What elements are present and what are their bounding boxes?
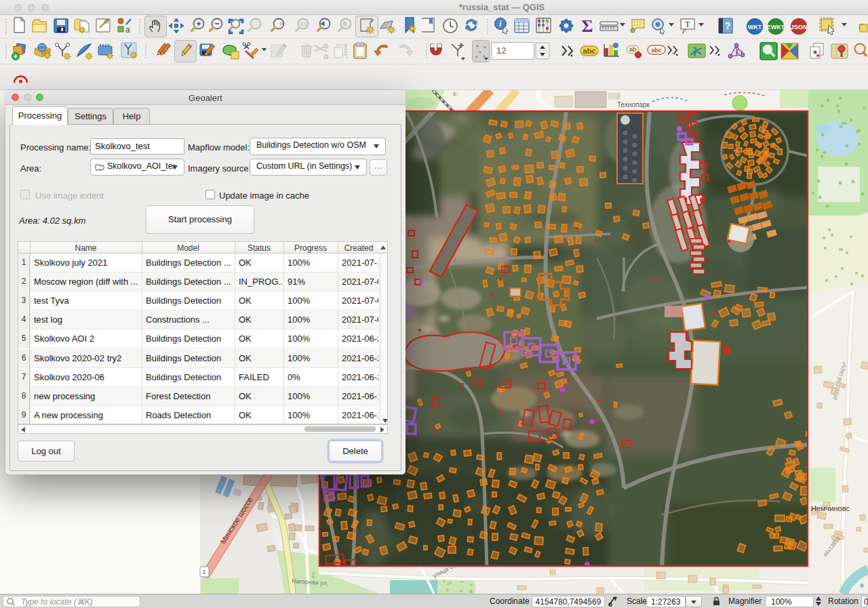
svg-text:Технопарк: Технопарк (617, 101, 650, 108)
svg-text:ab: ab (629, 46, 636, 53)
svg-text:?: ? (725, 20, 731, 31)
svg-text:abc: abc (651, 47, 662, 54)
svg-text:1: 1 (202, 569, 205, 575)
svg-text:EWKT: EWKT (767, 24, 785, 31)
svg-text:Немчиновс: Немчиновс (811, 504, 850, 512)
svg-text:abc: abc (583, 47, 596, 55)
svg-text:Σ: Σ (582, 16, 593, 36)
svg-text:a: a (125, 25, 130, 35)
svg-text:JSON: JSON (791, 24, 808, 31)
svg-text:6: 6 (453, 92, 456, 96)
svg-text:T: T (685, 19, 690, 29)
svg-text:WKT: WKT (748, 24, 762, 31)
svg-text:1:1: 1:1 (300, 22, 307, 26)
